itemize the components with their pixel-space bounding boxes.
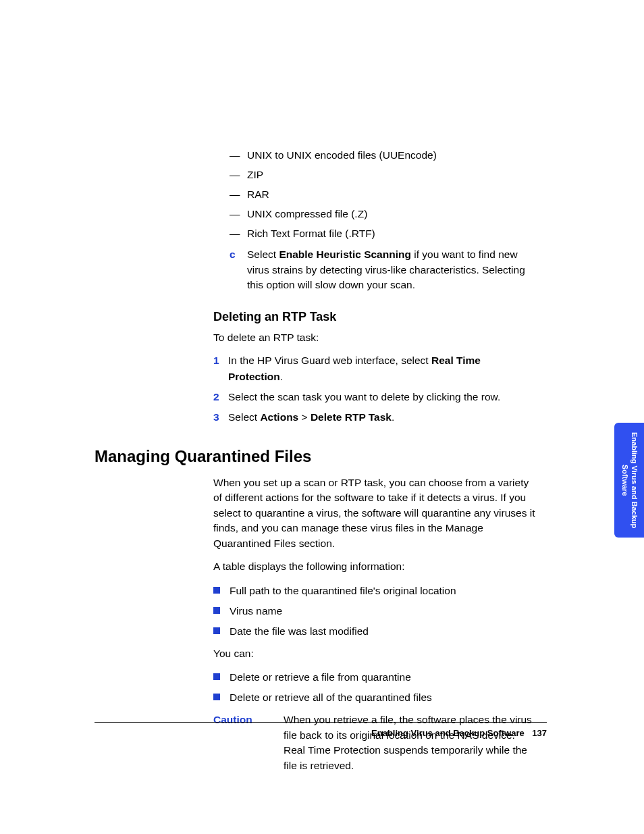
continued-list-block: UNIX to UNIX encoded files (UUEncode) ZI… xyxy=(213,147,537,292)
list-item: Date the file was last modified xyxy=(213,623,537,640)
text-bold: Delete RTP Task xyxy=(311,411,392,423)
text-span: . xyxy=(392,411,394,423)
list-item: Delete or retrieve a file from quarantin… xyxy=(213,669,537,685)
text-span: > xyxy=(298,411,311,423)
dash-item: Rich Text Format file (.RTF) xyxy=(213,226,537,242)
page-number: 137 xyxy=(532,728,547,738)
section-heading: Deleting an RTP Task xyxy=(213,310,537,324)
step-item: 2 Select the scan task you want to delet… xyxy=(213,389,537,405)
action-list: Delete or retrieve a file from quarantin… xyxy=(213,669,537,706)
step-number: 3 xyxy=(213,409,228,425)
dash-item: UNIX compressed file (.Z) xyxy=(213,206,537,222)
step-text: Select Actions > Delete RTP Task. xyxy=(228,409,537,425)
page-content: UNIX to UNIX encoded files (UUEncode) ZI… xyxy=(95,147,547,773)
side-tab: Enabling Virus and Backup Software xyxy=(614,423,644,538)
footer-rule xyxy=(95,722,547,723)
caution-label: Caution xyxy=(213,712,284,727)
list-item: Delete or retrieve all of the quarantine… xyxy=(213,689,537,706)
section-intro: To delete an RTP task: xyxy=(213,330,537,345)
info-list: Full path to the quarantined file's orig… xyxy=(213,583,537,640)
dash-item: ZIP xyxy=(213,167,537,183)
delete-rtp-section: Deleting an RTP Task To delete an RTP ta… xyxy=(213,310,537,425)
numbered-steps: 1 In the HP Virus Guard web interface, s… xyxy=(213,353,537,425)
footer-title: Enabling Virus and Backup Software xyxy=(371,728,525,738)
list-item: Full path to the quarantined file's orig… xyxy=(213,583,537,599)
step-text: In the HP Virus Guard web interface, sel… xyxy=(228,353,537,385)
main-heading: Managing Quarantined Files xyxy=(95,447,547,466)
step-text: Select the scan task you want to delete … xyxy=(228,389,537,405)
step-number: 2 xyxy=(213,389,228,405)
text-span: . xyxy=(280,371,283,382)
step-number: 1 xyxy=(213,353,228,369)
substep-text: Select Enable Heuristic Scanning if you … xyxy=(247,247,537,292)
text-bold: Actions xyxy=(260,411,298,423)
substep-c: c Select Enable Heuristic Scanning if yo… xyxy=(213,247,537,292)
side-tab-label: Enabling Virus and Backup Software xyxy=(620,423,639,538)
dash-item: RAR xyxy=(213,186,537,203)
step-item: 3 Select Actions > Delete RTP Task. xyxy=(213,409,537,425)
list-item: Virus name xyxy=(213,603,537,619)
dash-item: UNIX to UNIX encoded files (UUEncode) xyxy=(213,147,537,163)
text-span: Select xyxy=(247,249,279,260)
text-span: Select xyxy=(228,411,260,423)
text-bold: Enable Heuristic Scanning xyxy=(279,249,411,260)
substep-marker: c xyxy=(230,247,247,262)
dash-list: UNIX to UNIX encoded files (UUEncode) ZI… xyxy=(213,147,537,242)
footer: Enabling Virus and Backup Software 137 xyxy=(371,728,547,738)
paragraph: A table displays the following informati… xyxy=(213,559,537,574)
text-span: In the HP Virus Guard web interface, sel… xyxy=(228,355,431,366)
paragraph: You can: xyxy=(213,646,537,661)
paragraph: When you set up a scan or RTP task, you … xyxy=(213,475,537,551)
step-item: 1 In the HP Virus Guard web interface, s… xyxy=(213,353,537,385)
